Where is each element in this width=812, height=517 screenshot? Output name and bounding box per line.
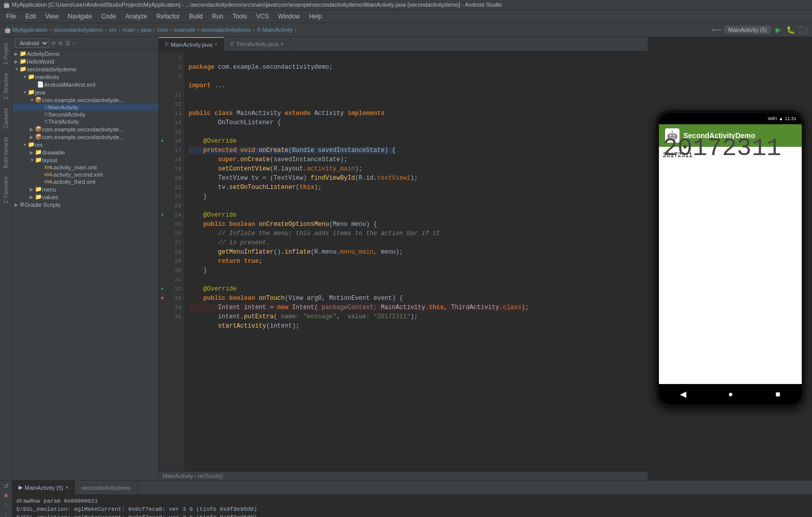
tree-label: values <box>42 194 59 200</box>
tree-item-manifests[interactable]: ▼ 📁 manifests <box>12 73 158 81</box>
tabs-bar: © MainActivity.java × © ThirdActivity.ja… <box>159 37 648 51</box>
breadcrumb-module[interactable]: secondactivitydemo <box>53 27 103 33</box>
tree-label: activity_main.xml <box>54 164 97 170</box>
run-subtab-secondactivitydemo[interactable]: secondactivitydemo <box>75 481 138 494</box>
tab-label: ThirdActivity.java <box>236 41 278 47</box>
tree-label: SecondActivity <box>48 111 85 118</box>
gutter-11 <box>160 90 165 100</box>
tree-item-layout[interactable]: ▼ 📁 layout <box>12 156 158 164</box>
tree-filter-icon[interactable]: ☰ <box>65 40 70 47</box>
tree-item-helloworld[interactable]: ▶ 📁 HelloWorld <box>12 58 158 65</box>
tree-item-activity-third-xml[interactable]: XML activity_third.xml <box>12 178 158 185</box>
tree-item-androidmanifest[interactable]: 📄 AndroidManifest.xml <box>12 81 158 88</box>
menu-item-build[interactable]: Build <box>185 11 207 22</box>
expand-arrow: ▼ <box>14 67 20 72</box>
menu-item-analyze[interactable]: Analyze <box>121 11 152 22</box>
breadcrumb-src[interactable]: src <box>109 27 117 33</box>
breadcrumb-java[interactable]: java <box>141 27 151 33</box>
tree-header: Android Project ⟳ ⚙ ☰ − <box>12 37 158 50</box>
menu-item-run[interactable]: Run <box>208 11 228 22</box>
breadcrumb-com[interactable]: com <box>157 27 168 33</box>
tree-item-activity-main-xml[interactable]: XML activity_main.xml <box>12 164 158 171</box>
expand-arrow: ▶ <box>30 135 35 140</box>
tree-label: com.example.secondactivityde... <box>42 97 124 103</box>
tab-mainactivity[interactable]: © MainActivity.java × <box>159 37 224 51</box>
tree-item-secondactivitydemo[interactable]: ▼ 📁 secondactivitydemo <box>12 65 158 73</box>
tree-label: activity_second.xml <box>54 171 103 178</box>
scroll-up-button[interactable]: ↑ <box>1 501 11 508</box>
phone-home-btn[interactable]: ● <box>728 390 733 399</box>
stop-button[interactable]: ⬛ <box>798 25 808 35</box>
phone-recent-btn[interactable]: ■ <box>776 390 781 399</box>
menu-item-file[interactable]: File <box>2 11 20 22</box>
tree-item-package2[interactable]: ▶ 📦 com.example.secondactivityde... <box>12 125 158 133</box>
editor-breadcrumb-text: MainActivity › onTouch() <box>163 473 223 479</box>
time-display: 11:31 <box>785 116 797 121</box>
gutter-12 <box>160 100 165 109</box>
menu-item-tools[interactable]: Tools <box>229 11 251 22</box>
run-content: drawRow param 0x00000021 D/EGL_emulation… <box>12 495 812 517</box>
run-button[interactable]: ▶ <box>773 25 783 35</box>
captures-panel-icon[interactable]: Captures <box>2 104 10 133</box>
structure-panel-icon[interactable]: 2: Structure <box>2 69 10 104</box>
log-line: D/EGL_emulation: eglMakeCurrent: 0x9cf7e… <box>16 505 808 513</box>
breadcrumb-class[interactable]: © MainActivity <box>257 27 293 33</box>
gutter-24: ● <box>160 210 165 220</box>
tree-item-package3[interactable]: ▶ 📦 com.example.secondactivityde... <box>12 133 158 141</box>
gutter-22 <box>160 192 165 201</box>
tree-collapse-icon[interactable]: − <box>72 40 75 46</box>
tree-item-gradle-scripts[interactable]: ▶ ⚙ Gradle Scripts <box>12 201 158 208</box>
favorites-icon[interactable]: 2: Favorites <box>2 173 10 207</box>
tree-item-res[interactable]: ▼ 📁 res <box>12 141 158 148</box>
phone-back-btn[interactable]: ◀ <box>680 389 686 399</box>
code-editor[interactable]: ● ● ● ■ <box>159 51 648 471</box>
tree-item-activitydemo[interactable]: ▶ 📁 ActivityDemo <box>12 50 158 58</box>
menu-item-code[interactable]: Code <box>97 11 120 22</box>
tree-sync-icon[interactable]: ⟳ <box>51 40 56 47</box>
phone-content-text: 20172311 <box>663 151 693 159</box>
tree-item-package1[interactable]: ▼ 📦 com.example.secondactivityde... <box>12 96 158 104</box>
breadcrumb-app[interactable]: MyApplication <box>12 27 47 33</box>
gutter-14 <box>160 118 165 127</box>
menu-item-window[interactable]: Window <box>274 11 304 22</box>
project-panel-icon[interactable]: 1: Project <box>2 39 10 69</box>
tab-close-mainactivity[interactable]: × <box>214 42 217 47</box>
expand-arrow: ▶ <box>30 195 35 200</box>
line-numbers: 1 2 3 11 12 13 14 15 16 17 18 19 20 21 2… <box>166 51 184 471</box>
menu-item-edit[interactable]: Edit <box>21 11 40 22</box>
code-content[interactable]: package com.example.secondactivitydemo; … <box>184 51 648 471</box>
build-variants-icon[interactable]: Build Variants <box>2 133 10 173</box>
back-button[interactable]: ⟵ <box>712 26 722 34</box>
menu-item-help[interactable]: Help <box>305 11 326 22</box>
tree-scope-selector[interactable]: Android Project <box>15 39 49 48</box>
tree-item-values[interactable]: ▶ 📁 values <box>12 193 158 201</box>
phone-content: 20172311 <box>659 147 802 384</box>
rerun-button[interactable]: ↺ <box>1 483 11 490</box>
expand-arrow: ▶ <box>30 127 35 132</box>
breadcrumb-main[interactable]: main <box>123 27 135 33</box>
menu-item-navigate[interactable]: Navigate <box>64 11 96 22</box>
tree-item-drawable[interactable]: ▶ 📁 drawable <box>12 148 158 156</box>
tree-item-menu[interactable]: ▶ 📁 menu <box>12 185 158 193</box>
tree-item-secondactivity[interactable]: © SecondActivity <box>12 111 158 118</box>
tab-close-thirdactivity[interactable]: × <box>280 41 284 47</box>
gutter-32: ● <box>160 284 165 294</box>
menu-item-vcs[interactable]: VCS <box>252 11 273 22</box>
tree-item-java[interactable]: ▼ 📁 java <box>12 88 158 96</box>
tree-settings-icon[interactable]: ⚙ <box>58 40 63 47</box>
gutter-30 <box>160 266 165 275</box>
debug-button[interactable]: 🐛 <box>785 25 796 35</box>
menu-item-refactor[interactable]: Refactor <box>153 11 184 22</box>
breadcrumb-example[interactable]: example <box>174 27 196 33</box>
menu-item-view[interactable]: View <box>41 11 63 22</box>
run-config-selector[interactable]: MainActivity (5) <box>724 26 771 34</box>
tab-thirdactivity[interactable]: © ThirdActivity.java × <box>224 37 290 51</box>
tree-item-thirdactivity[interactable]: © ThirdActivity <box>12 118 158 125</box>
tree-item-activity-second-xml[interactable]: XML activity_second.xml <box>12 171 158 178</box>
tree-item-mainactivity[interactable]: © MainActivity <box>12 104 158 111</box>
run-subtab-mainactivity[interactable]: ▶ MainActivity (5) × <box>12 481 75 494</box>
scroll-down-button[interactable]: ↓ <box>1 510 11 517</box>
gutter-25 <box>160 220 165 229</box>
stop-run-button[interactable]: ■ <box>1 492 11 499</box>
breadcrumb-secondactivitydemo[interactable]: secondactivitydemo <box>201 27 251 33</box>
